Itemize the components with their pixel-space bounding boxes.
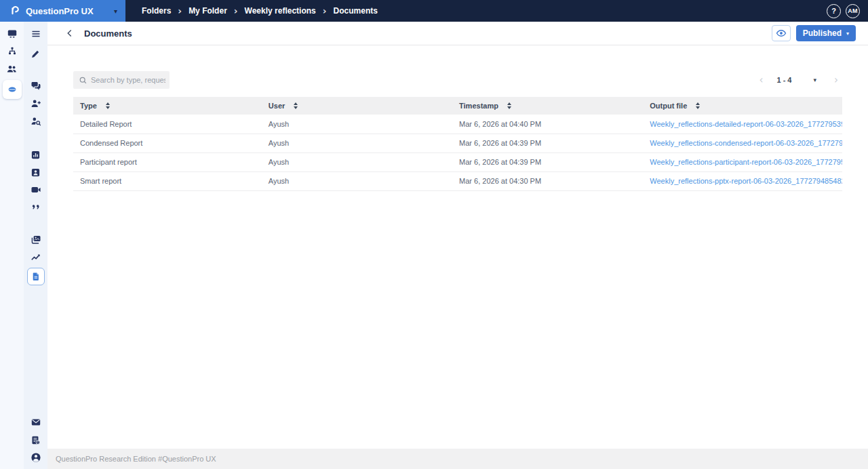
cell-timestamp: Mar 6, 2026 at 04:39 PM	[452, 134, 643, 152]
footer-text: QuestionPro Research Edition #QuestionPr…	[56, 455, 216, 463]
cell-output-file: Weekly_reflections-condensed-report-06-0…	[643, 134, 842, 152]
column-timestamp[interactable]: Timestamp	[452, 97, 643, 115]
table-row: Detailed Report Ayush Mar 6, 2026 at 04:…	[73, 115, 842, 134]
table-row: Smart report Ayush Mar 6, 2026 at 04:30 …	[73, 171, 842, 190]
cell-type: Smart report	[73, 171, 262, 190]
breadcrumb-weekly-reflections[interactable]: Weekly reflections	[245, 6, 316, 16]
ux-product-icon[interactable]	[0, 78, 24, 101]
cell-timestamp: Mar 6, 2026 at 04:30 PM	[452, 171, 643, 190]
quotes-icon[interactable]	[24, 199, 47, 216]
page-next-icon[interactable]: ›	[834, 75, 838, 85]
breadcrumb: Folders › My Folder › Weekly reflections…	[125, 0, 827, 22]
column-output-file[interactable]: Output file	[643, 97, 842, 115]
document-info-icon[interactable]	[24, 431, 47, 449]
cell-output-file: Weekly_reflections-detailed-report-06-03…	[643, 115, 842, 134]
org-chart-icon[interactable]	[0, 43, 24, 60]
output-file-link[interactable]: Weekly_reflections-condensed-report-06-0…	[650, 139, 842, 147]
documents-table: Type User Timestamp Output file Detailed…	[73, 97, 842, 191]
column-type[interactable]: Type	[73, 97, 262, 115]
sort-icon[interactable]	[106, 102, 110, 109]
topbar: QuestionPro UX ▾ Folders › My Folder › W…	[0, 0, 868, 22]
cell-timestamp: Mar 6, 2026 at 04:39 PM	[452, 152, 643, 171]
table-row: Participant report Ayush Mar 6, 2026 at …	[73, 152, 842, 171]
topbar-actions: ? AM	[827, 0, 868, 22]
chevron-right-icon: ›	[323, 6, 327, 16]
cell-type: Condensed Report	[73, 134, 262, 152]
output-file-link[interactable]: Weekly_reflections-detailed-report-06-03…	[650, 120, 842, 128]
active-nav-indicator	[27, 268, 45, 285]
published-button[interactable]: Published ▾	[796, 25, 856, 41]
sort-icon[interactable]	[294, 102, 298, 109]
output-file-link[interactable]: Weekly_reflections-pptx-report-06-03-202…	[650, 177, 842, 185]
table-row: Condensed Report Ayush Mar 6, 2026 at 04…	[73, 134, 842, 152]
cell-type: Detailed Report	[73, 115, 262, 134]
pencil-icon[interactable]	[24, 45, 47, 62]
cell-timestamp: Mar 6, 2026 at 04:40 PM	[452, 115, 643, 134]
cell-output-file: Weekly_reflections-pptx-report-06-03-202…	[643, 171, 842, 190]
hamburger-menu-icon[interactable]	[24, 25, 47, 43]
breadcrumb-documents: Documents	[334, 6, 378, 16]
page-prev-icon[interactable]: ‹	[759, 75, 763, 85]
screen-bubble-icon[interactable]	[0, 25, 24, 43]
active-product-card	[3, 80, 22, 99]
user-plus-icon[interactable]	[24, 95, 47, 113]
bar-chart-card-icon[interactable]	[24, 146, 47, 163]
mail-icon[interactable]	[24, 413, 47, 431]
nav-rail	[24, 22, 47, 469]
user-search-icon[interactable]	[24, 113, 47, 130]
document-icon[interactable]	[24, 266, 47, 287]
product-switcher[interactable]: QuestionPro UX ▾	[0, 0, 125, 22]
cell-type: Participant report	[73, 152, 262, 171]
cell-user: Ayush	[262, 134, 452, 152]
page-title: Documents	[84, 28, 772, 39]
preview-button[interactable]	[772, 25, 791, 41]
cell-user: Ayush	[262, 171, 452, 190]
trend-line-icon[interactable]	[24, 249, 47, 266]
questionpro-logo	[9, 5, 20, 16]
chevron-right-icon: ›	[234, 6, 238, 16]
audience-icon[interactable]	[0, 60, 24, 78]
chevron-down-icon: ▾	[114, 7, 117, 15]
cell-output-file: Weekly_reflections-participant-report-06…	[643, 152, 842, 171]
breadcrumb-my-folder[interactable]: My Folder	[189, 6, 227, 16]
sort-icon[interactable]	[507, 102, 511, 109]
page-size-caret-icon[interactable]: ▾	[813, 77, 816, 83]
breadcrumb-folders[interactable]: Folders	[142, 6, 171, 16]
sort-icon[interactable]	[696, 102, 700, 109]
help-button[interactable]: ?	[827, 4, 841, 18]
sidebar	[0, 22, 47, 469]
chevron-right-icon: ›	[178, 6, 182, 16]
avatar[interactable]: AM	[846, 4, 860, 18]
chat-bubbles-icon[interactable]	[24, 77, 47, 95]
chevron-left-icon	[65, 28, 75, 38]
search-input[interactable]	[73, 71, 170, 89]
cell-user: Ayush	[262, 115, 452, 134]
product-rail	[0, 22, 24, 469]
eye-icon	[776, 28, 787, 38]
user-circle-icon[interactable]	[24, 449, 47, 466]
search-box	[73, 71, 170, 89]
pagination: ‹ 1 - 4 ▾ ›	[759, 75, 838, 85]
chevron-down-icon: ▾	[846, 30, 849, 37]
brand-title: QuestionPro UX	[26, 6, 114, 16]
search-icon	[79, 76, 87, 85]
published-label: Published	[803, 28, 842, 38]
video-camera-icon[interactable]	[24, 181, 47, 199]
page-range: 1 - 4	[776, 76, 791, 84]
table-header-row: Type User Timestamp Output file	[73, 97, 842, 115]
collection-icon[interactable]	[24, 231, 47, 249]
output-file-link[interactable]: Weekly_reflections-participant-report-06…	[650, 158, 842, 166]
back-button[interactable]	[65, 28, 75, 38]
cell-user: Ayush	[262, 152, 452, 171]
documents-panel: ‹ 1 - 4 ▾ › Type User Timestamp Output f…	[47, 45, 868, 449]
contact-card-icon[interactable]	[24, 163, 47, 181]
column-user[interactable]: User	[262, 97, 452, 115]
page-header: Documents Published ▾	[47, 22, 868, 45]
footer: QuestionPro Research Edition #QuestionPr…	[47, 449, 868, 469]
